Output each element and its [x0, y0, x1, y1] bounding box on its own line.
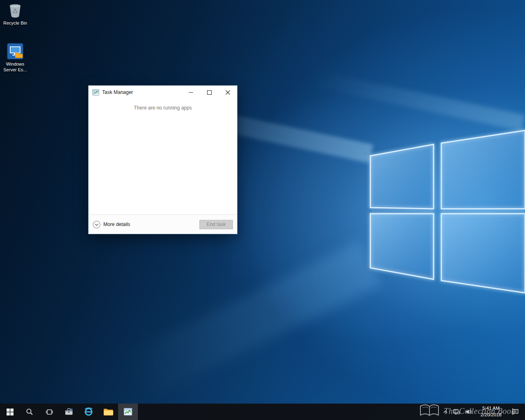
windows-logo-icon: [7, 409, 14, 415]
close-icon: [226, 90, 230, 95]
desktop-icon-windows-server-essentials[interactable]: Windows Server Es...: [0, 43, 30, 73]
end-task-button[interactable]: End task: [199, 220, 233, 229]
maximize-icon: [207, 90, 212, 95]
show-hidden-icons-button[interactable]: [441, 404, 450, 420]
internet-explorer-button[interactable]: [79, 404, 98, 420]
chevron-up-icon: [443, 410, 448, 414]
action-center-button[interactable]: [507, 404, 523, 420]
search-button[interactable]: [20, 404, 39, 420]
network-icon: [453, 409, 460, 415]
clock-date: 2/20/2018: [475, 412, 507, 418]
desktop-wallpaper: [0, 0, 525, 420]
task-manager-taskbar-button[interactable]: [118, 404, 138, 420]
desktop-icon-label: Recycle Bin: [3, 20, 27, 26]
task-manager-window: Task Manager: [88, 85, 237, 234]
task-view-icon: [46, 408, 53, 416]
minimize-icon: [189, 90, 193, 95]
window-controls: [182, 86, 237, 99]
minimize-button[interactable]: [182, 86, 200, 99]
task-manager-footer: More details End task: [89, 215, 237, 234]
desktop-icon-label: Windows Server Es...: [3, 61, 27, 73]
no-running-apps-message: There are no running apps: [89, 105, 237, 111]
server-manager-button[interactable]: [59, 404, 79, 420]
maximize-button[interactable]: [200, 86, 219, 99]
titlebar[interactable]: Task Manager: [89, 86, 237, 99]
task-manager-icon: [123, 407, 132, 416]
windows-logo-wallpaper-panes: [0, 0, 525, 420]
recycle-bin-icon: [7, 2, 23, 19]
start-button[interactable]: [0, 404, 20, 420]
internet-explorer-icon: [84, 407, 94, 417]
desktop: Recycle Bin Windows Server Es... Task Ma…: [0, 0, 525, 420]
taskbar-clock[interactable]: 5:41 AM 2/20/2018: [475, 405, 507, 418]
network-tray-button[interactable]: [450, 404, 463, 420]
more-details-label: More details: [103, 221, 130, 227]
task-view-button[interactable]: [39, 404, 59, 420]
volume-tray-button[interactable]: [463, 404, 475, 420]
speaker-icon: [466, 409, 472, 415]
server-manager-icon: [64, 407, 73, 416]
file-explorer-button[interactable]: [98, 404, 118, 420]
task-manager-icon: [92, 89, 99, 96]
search-icon: [26, 408, 33, 415]
task-manager-body: There are no running apps: [89, 99, 237, 215]
close-button[interactable]: [219, 86, 237, 99]
more-details-toggle[interactable]: More details: [93, 221, 130, 228]
window-title: Task Manager: [102, 89, 179, 95]
system-tray: 5:41 AM 2/20/2018: [441, 404, 525, 420]
desktop-icon-recycle-bin[interactable]: Recycle Bin: [0, 2, 30, 26]
chevron-down-circle-icon: [93, 221, 100, 228]
clock-time: 5:41 AM: [475, 405, 507, 412]
windows-server-essentials-icon: [7, 43, 24, 60]
action-center-icon: [512, 409, 519, 415]
taskbar: 5:41 AM 2/20/2018: [0, 404, 525, 420]
file-explorer-icon: [103, 408, 113, 416]
